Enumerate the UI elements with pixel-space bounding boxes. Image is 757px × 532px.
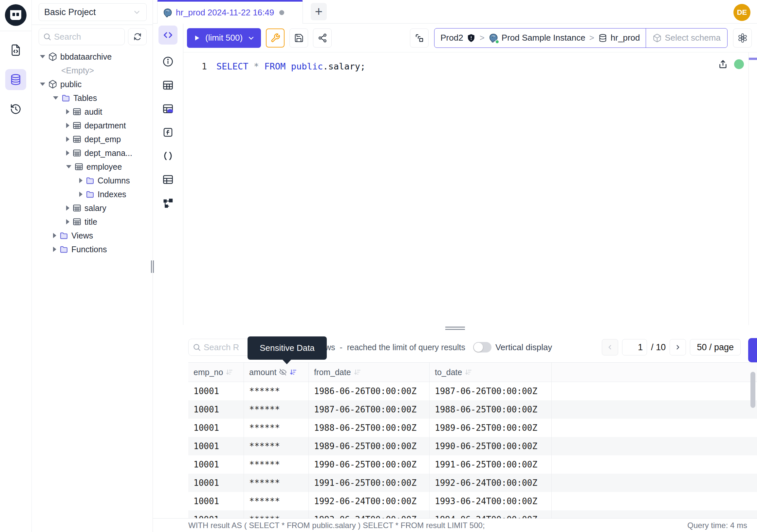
tree-item-dept-emp[interactable]: dept_emp bbox=[32, 132, 153, 146]
schema-diagram-pane-button[interactable] bbox=[162, 197, 174, 210]
history-nav-button[interactable] bbox=[5, 99, 26, 120]
caret-right-icon[interactable] bbox=[66, 137, 70, 142]
masked-data-pane-button[interactable] bbox=[162, 102, 174, 115]
share-sheet-button[interactable] bbox=[313, 28, 332, 47]
sql-editor[interactable]: 1 SELECT * FROM public.salary; bbox=[183, 52, 757, 325]
tree-item--empty-[interactable]: <Empty> bbox=[32, 64, 153, 77]
tree-item-bbdataarchive[interactable]: bbdataarchive bbox=[32, 50, 153, 64]
resize-handle-icon bbox=[445, 327, 465, 331]
sort-icon-active[interactable] bbox=[289, 368, 297, 376]
table-cell bbox=[552, 419, 757, 437]
next-page-button[interactable] bbox=[670, 339, 686, 356]
results-scrollbar-thumb[interactable] bbox=[750, 372, 755, 408]
sort-icon[interactable] bbox=[465, 368, 472, 376]
table-cell: 1987-06-26T00:00:00Z bbox=[430, 382, 552, 400]
sidebar-resize-handle[interactable] bbox=[151, 261, 154, 273]
bytebase-logo[interactable] bbox=[4, 4, 27, 26]
tree-item-title[interactable]: title bbox=[32, 215, 153, 229]
tree-item-views[interactable]: Views bbox=[32, 229, 153, 242]
caret-right-icon[interactable] bbox=[79, 178, 82, 183]
tree-item-functions[interactable]: Functions bbox=[32, 242, 153, 256]
sql-editor-pane-button[interactable] bbox=[159, 25, 177, 45]
sort-icon[interactable] bbox=[226, 368, 233, 376]
caret-down-icon[interactable] bbox=[40, 55, 45, 58]
tree-item-tables[interactable]: Tables bbox=[32, 91, 153, 105]
tree-item-columns[interactable]: Columns bbox=[32, 173, 153, 187]
schema-selector[interactable]: Select schema bbox=[646, 28, 727, 47]
chevron-down-icon[interactable] bbox=[247, 34, 255, 42]
table-row[interactable]: 10001******1987-06-26T00:00:00Z1988-06-2… bbox=[188, 400, 757, 419]
tree-item-indexes[interactable]: Indexes bbox=[32, 187, 153, 201]
caret-right-icon[interactable] bbox=[66, 109, 70, 114]
column-header-amount[interactable]: amount bbox=[244, 363, 309, 382]
tables-pane-button[interactable] bbox=[162, 78, 174, 92]
panel-resize-divider[interactable] bbox=[153, 325, 757, 331]
sidebar-search-input[interactable] bbox=[54, 32, 120, 42]
table-cell: 10001 bbox=[188, 455, 244, 474]
table-row[interactable]: 10001******1986-06-26T00:00:00Z1987-06-2… bbox=[188, 382, 757, 400]
prev-page-button[interactable] bbox=[602, 339, 618, 356]
table-cell bbox=[552, 510, 757, 518]
database-stack-icon bbox=[598, 33, 607, 43]
tab-hr-prod[interactable]: hr_prod 2024-11-22 16:49 bbox=[157, 0, 303, 24]
instance-status-dot bbox=[495, 40, 499, 44]
info-pane-button[interactable] bbox=[162, 55, 174, 68]
table-row[interactable]: 10001******1989-06-25T00:00:00Z1990-06-2… bbox=[188, 437, 757, 455]
caret-down-icon[interactable] bbox=[53, 96, 58, 100]
connection-breadcrumb[interactable]: Prod2 > Prod Sample Instance > bbox=[434, 28, 728, 48]
user-avatar[interactable]: DE bbox=[733, 4, 750, 21]
left-icon-rail bbox=[0, 0, 32, 532]
caret-right-icon[interactable] bbox=[66, 123, 70, 128]
save-sheet-button[interactable] bbox=[289, 28, 308, 47]
tree-item-department[interactable]: department bbox=[32, 119, 153, 132]
column-header-from-date[interactable]: from_date bbox=[309, 363, 430, 382]
table-row[interactable]: 10001******1993-06-24T00:00:00Z1994-06-2… bbox=[188, 510, 757, 518]
caret-right-icon[interactable] bbox=[66, 150, 70, 156]
page-size-select[interactable]: 50 / page bbox=[690, 339, 741, 356]
upload-icon[interactable] bbox=[718, 59, 728, 70]
column-header-emp-no[interactable]: emp_no bbox=[188, 363, 244, 382]
refresh-schema-button[interactable] bbox=[128, 28, 147, 45]
caret-right-icon[interactable] bbox=[79, 192, 82, 197]
caret-down-icon[interactable] bbox=[66, 165, 71, 169]
caret-down-icon[interactable] bbox=[40, 82, 45, 86]
connection-button[interactable] bbox=[410, 28, 429, 47]
table-row[interactable]: 10001******1988-06-25T00:00:00Z1989-06-2… bbox=[188, 419, 757, 437]
column-header-empty bbox=[552, 363, 757, 382]
caret-right-icon[interactable] bbox=[53, 247, 56, 252]
tree-item-label: dept_emp bbox=[84, 135, 121, 144]
caret-right-icon[interactable] bbox=[66, 205, 70, 211]
worksheet-nav-button[interactable] bbox=[5, 40, 26, 61]
page-number-input[interactable] bbox=[622, 339, 647, 356]
tree-item-audit[interactable]: audit bbox=[32, 105, 153, 119]
editor-scrollbar[interactable] bbox=[748, 52, 757, 325]
main-area: hr_prod 2024-11-22 16:49 + DE bbox=[153, 0, 757, 532]
sort-icon[interactable] bbox=[354, 368, 361, 376]
project-selector[interactable]: Basic Project bbox=[39, 3, 147, 21]
table-row[interactable]: 10001******1991-06-25T00:00:00Z1992-06-2… bbox=[188, 474, 757, 492]
results-table-header: emp_no amount bbox=[188, 363, 757, 382]
external-tables-pane-button[interactable] bbox=[162, 173, 174, 186]
table-row[interactable]: 10001******1990-06-25T00:00:00Z1991-06-2… bbox=[188, 455, 757, 474]
caret-right-icon[interactable] bbox=[53, 233, 56, 238]
functions-pane-button[interactable] bbox=[162, 126, 174, 139]
vertical-display-toggle[interactable] bbox=[473, 342, 492, 353]
tree-item-employee[interactable]: employee bbox=[32, 160, 153, 173]
ai-assistant-button[interactable] bbox=[733, 28, 752, 47]
export-button[interactable] bbox=[748, 338, 757, 362]
procedures-pane-button[interactable] bbox=[162, 149, 174, 163]
eye-off-icon[interactable] bbox=[279, 368, 287, 376]
tree-item-salary[interactable]: salary bbox=[32, 201, 153, 215]
table-row[interactable]: 10001******1992-06-24T00:00:00Z1993-06-2… bbox=[188, 492, 757, 510]
sql-star: * bbox=[254, 61, 259, 72]
column-header-to-date[interactable]: to_date bbox=[430, 363, 552, 382]
caret-right-icon[interactable] bbox=[66, 219, 70, 224]
add-tab-button[interactable]: + bbox=[311, 3, 327, 20]
table-cell: 1990-06-25T00:00:00Z bbox=[430, 437, 552, 455]
run-query-button[interactable]: (limit 500) bbox=[187, 28, 261, 48]
tree-item-dept-mana-[interactable]: dept_mana... bbox=[32, 146, 153, 160]
search-icon bbox=[43, 32, 51, 41]
tree-item-public[interactable]: public bbox=[32, 77, 153, 91]
query-options-button[interactable] bbox=[266, 28, 285, 47]
database-nav-button[interactable] bbox=[5, 69, 26, 90]
